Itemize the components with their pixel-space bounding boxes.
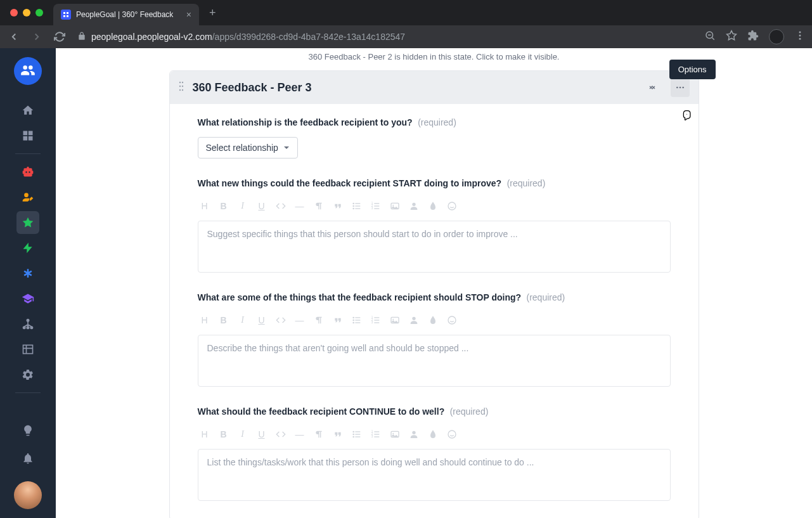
rte-underline-icon[interactable]: U [256,429,267,440]
rte-mention-icon[interactable] [408,429,420,440]
rte-bold-icon[interactable]: B [218,200,229,212]
svg-rect-49 [355,320,360,320]
drag-handle-icon[interactable] [179,81,184,94]
tab-favicon [61,10,71,20]
sidebar-item-settings[interactable] [16,363,39,386]
rte-image-icon[interactable] [389,200,401,212]
rte-italic-icon[interactable]: I [237,429,248,440]
sidebar-item-org[interactable] [16,313,39,335]
sidebar-item-home[interactable] [16,99,39,122]
user-avatar[interactable] [14,481,42,509]
rte-ordered-list-icon[interactable]: 123 [370,314,382,326]
relationship-select[interactable]: Select relationship [198,137,298,159]
rte-quote-icon[interactable] [332,429,344,440]
collapse-button[interactable] [643,78,662,97]
rte-underline-icon[interactable]: U [256,200,267,212]
sidebar-item-apps[interactable] [16,124,39,147]
svg-text:3: 3 [371,207,373,210]
rte-emoji-icon[interactable] [446,429,458,440]
rte-italic-icon[interactable]: I [237,200,248,212]
rte-emoji-icon[interactable] [446,314,458,326]
rte-code-icon[interactable] [275,314,287,326]
sidebar-item-asterisk[interactable] [16,262,39,285]
rte-emoji-icon[interactable] [446,200,458,212]
url-bar[interactable]: peoplegoal.peoplegoal-v2.com/apps/d399d2… [75,32,697,42]
svg-rect-73 [374,436,379,437]
svg-rect-41 [374,208,379,209]
rte-mention-icon[interactable] [408,314,420,326]
rte-drop-icon[interactable] [427,200,439,212]
sidebar-item-notifications[interactable] [16,447,39,470]
svg-text:3: 3 [371,321,373,324]
options-button[interactable] [671,78,690,97]
question-label: What new things could the feedback recip… [198,178,502,188]
reload-button[interactable] [52,29,67,44]
rte-bullet-list-icon[interactable] [351,429,363,440]
sidebar-item-tips[interactable] [16,419,39,442]
rte-underline-icon[interactable]: U [256,314,267,326]
rte-code-icon[interactable] [275,200,287,212]
rte-bullet-list-icon[interactable] [351,314,363,326]
rte-mention-icon[interactable] [408,200,420,212]
sidebar-divider [15,153,41,154]
svg-rect-37 [374,203,379,204]
bookmark-icon[interactable] [726,30,737,44]
rte-italic-icon[interactable]: I [237,314,248,326]
rte-bullet-list-icon[interactable] [351,200,363,212]
svg-point-14 [24,193,29,197]
rte-paragraph-icon[interactable] [313,314,325,326]
browser-chrome: PeopleGoal | 360° Feedback × + peoplegoa… [0,0,812,48]
app-logo[interactable] [14,57,42,85]
sidebar-item-feedback[interactable] [16,211,39,234]
svg-text:3: 3 [371,435,373,438]
forward-button[interactable] [29,29,44,44]
question-continue: What should the feedback recipient CONTI… [198,406,671,501]
menu-icon[interactable] [794,30,806,44]
question-start: What new things could the feedback recip… [198,178,671,273]
rte-paragraph-icon[interactable] [313,200,325,212]
rte-code-icon[interactable] [275,429,287,440]
window-minimize-button[interactable] [23,9,30,16]
rte-bold-icon[interactable]: B [218,429,229,440]
rte-ordered-list-icon[interactable]: 123 [370,200,382,212]
svg-point-77 [448,431,456,438]
sidebar-item-learning[interactable] [16,287,39,310]
start-textarea[interactable]: Suggest specific things that this person… [198,221,671,273]
rte-drop-icon[interactable] [427,429,439,440]
rte-ordered-list-icon[interactable]: 123 [370,429,382,440]
rte-heading-icon[interactable]: H [199,314,210,326]
profile-avatar[interactable] [769,29,784,44]
browser-tab[interactable]: PeopleGoal | 360° Feedback × [53,4,199,25]
stop-textarea[interactable]: Describe the things that aren't going we… [198,335,671,387]
back-button[interactable] [6,29,22,44]
svg-point-16 [23,327,25,328]
sidebar-item-reviews[interactable] [16,186,39,209]
svg-point-18 [30,327,32,328]
rte-image-icon[interactable] [389,429,401,440]
window-maximize-button[interactable] [35,9,43,16]
rte-drop-icon[interactable] [427,314,439,326]
svg-rect-67 [355,436,360,437]
rte-heading-icon[interactable]: H [199,429,210,440]
rte-image-icon[interactable] [389,314,401,326]
svg-point-75 [392,433,394,434]
zoom-icon[interactable] [704,30,716,44]
rte-quote-icon[interactable] [332,200,344,212]
rte-bold-icon[interactable]: B [218,314,229,326]
new-tab-button[interactable]: + [204,4,221,22]
window-close-button[interactable] [10,9,18,16]
rte-quote-icon[interactable] [332,314,344,326]
rte-paragraph-icon[interactable] [313,429,325,440]
sidebar-item-automation[interactable] [16,236,39,259]
sidebar-item-bot[interactable] [16,160,39,183]
svg-rect-1 [67,12,68,14]
rte-hr-icon[interactable]: — [294,314,306,326]
extensions-icon[interactable] [747,30,759,44]
rte-hr-icon[interactable]: — [294,429,306,440]
continue-textarea[interactable]: List the things/tasks/work that this per… [198,449,671,501]
rte-hr-icon[interactable]: — [294,200,306,212]
sidebar-item-reports[interactable] [16,338,39,361]
tab-close-icon[interactable]: × [186,10,191,20]
rte-heading-icon[interactable]: H [199,200,210,212]
svg-point-27 [679,87,681,89]
